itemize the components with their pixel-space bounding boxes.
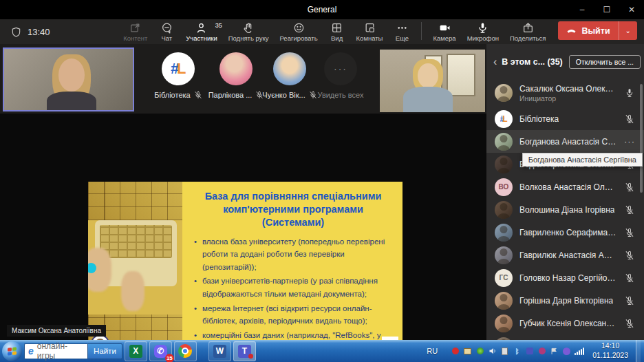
participant-row[interactable]: Сакалюк Оксана Олександрівна Инициатор [486, 78, 644, 107]
search-go-button[interactable]: Найти [87, 343, 122, 359]
maximize-button[interactable]: ☐ [594, 0, 619, 19]
participants-header: ‹ В этом с... (35) Отключить все ... ✕ [486, 44, 644, 69]
participants-scrollbar[interactable] [640, 84, 643, 193]
tray-network-icon[interactable] [575, 347, 583, 356]
filmstrip-item-parlikova[interactable]: Парлікова ... [206, 52, 266, 99]
participant-name: Горішна Даря Вікторівна [519, 296, 613, 306]
search-input[interactable]: eонлайн-игры [24, 343, 87, 359]
close-button[interactable]: ✕ [619, 0, 644, 19]
participant-row[interactable]: Богданова Анастасія Сергіївна ··· [486, 130, 644, 153]
participant-mic-status [623, 114, 636, 124]
teams-notification-dot [248, 354, 253, 359]
popout-icon [129, 22, 141, 34]
smiley-icon [293, 22, 305, 34]
leave-options-chevron[interactable]: ⌄ [619, 27, 637, 34]
mute-all-button[interactable]: Отключить все ... [569, 55, 641, 69]
presenter-name-tag: Максим Оксана Анатоліївна [7, 325, 106, 337]
taskbar-viber-button[interactable]: ✆ 15 [149, 341, 172, 361]
rooms-button[interactable]: Комнаты [351, 20, 389, 43]
mic-muted-icon [625, 296, 634, 306]
mic-muted-icon [625, 114, 634, 124]
participant-avatar [495, 156, 513, 173]
participant-row[interactable]: ВО Волкова Анастасія Олександрів... [486, 175, 644, 198]
tray-volume-icon[interactable] [488, 347, 497, 356]
participant-name: Гавриленко Серафима Сергіївна [519, 228, 616, 237]
participant-mic-status [623, 296, 636, 306]
back-chevron-icon[interactable]: ‹ [493, 56, 497, 67]
tray-record-icon[interactable] [451, 347, 460, 356]
chrome-icon [178, 344, 192, 358]
parlikova-avatar [219, 52, 253, 85]
slide-title: База для порівняння спеціальними комп'ют… [193, 190, 393, 229]
participant-name: Волкова Анастасія Олександрів... [519, 182, 616, 192]
mic-muted-icon [625, 182, 634, 192]
tray-flag-icon[interactable] [550, 347, 559, 356]
filmstrip-see-all[interactable]: ··· Увидеть всех [311, 52, 370, 99]
participant-row[interactable] [486, 334, 644, 340]
tray-clipboard-icon[interactable] [500, 347, 509, 356]
secondary-video[interactable] [380, 50, 485, 112]
more-button[interactable]: Еще [388, 20, 416, 43]
participant-mic-status [623, 88, 636, 98]
mic-muted-icon [625, 205, 634, 215]
participant-name: Бібліотека [519, 114, 559, 124]
participant-row[interactable]: Губчик Ксенія Олександрівна [486, 312, 644, 334]
participant-avatar: #L [495, 110, 513, 128]
taskbar-teams-button[interactable]: T [233, 341, 256, 361]
viber-badge: 15 [165, 354, 174, 362]
taskbar-word-button[interactable]: W [208, 341, 231, 361]
participant-avatar [495, 201, 513, 219]
show-desktop-button[interactable] [636, 340, 641, 362]
participant-row[interactable]: #L Бібліотека [486, 107, 644, 130]
participants-button[interactable]: 35 Участники [180, 20, 222, 43]
screen: General – ☐ ✕ 13:40 Контент Чат 35 Участ [0, 0, 644, 362]
chuienko-avatar [273, 52, 306, 85]
mic-button[interactable]: Микрофон [462, 20, 504, 43]
leave-button[interactable]: Выйти ⌄ [558, 21, 637, 40]
tray-viber-icon[interactable] [562, 347, 571, 356]
participant-avatar [495, 84, 513, 102]
mic-muted-icon [625, 319, 634, 328]
minimize-button[interactable]: – [570, 0, 594, 19]
participants-count: 35 [215, 22, 222, 29]
participant-row[interactable]: Гавриленко Серафима Сергіївна [486, 221, 644, 244]
participant-row[interactable]: Волошина Діана Ігорівна [486, 198, 644, 221]
participant-mic-status [623, 228, 636, 237]
slide-text-panel: База для порівняння спеціальними комп'ют… [182, 182, 402, 357]
participant-mic-status [623, 251, 636, 260]
participant-row[interactable]: Гаврилюк Анастасія Аркадіївна [486, 244, 644, 266]
tray-mail-icon[interactable] [463, 347, 472, 356]
slide-bullet: мережа Інтернет (всі відкриті ресурси он… [193, 302, 393, 328]
row-more-icon[interactable]: ··· [624, 136, 635, 147]
grid-icon [331, 22, 343, 34]
taskbar-chrome-button[interactable] [174, 341, 197, 361]
excel-icon: X [129, 345, 142, 358]
see-all-icon: ··· [324, 52, 357, 85]
windows-logo-icon [8, 347, 17, 355]
presentation-slide: База для порівняння спеціальними комп'ют… [88, 182, 402, 357]
participant-row[interactable]: Горішна Даря Вікторівна [486, 289, 644, 312]
chat-button[interactable]: Чат [153, 20, 180, 43]
taskbar-clock[interactable]: 14:10 01.11.2023 [592, 341, 628, 360]
window-title: General [0, 5, 644, 14]
start-button[interactable] [2, 341, 22, 361]
tray-app-icon[interactable] [537, 347, 546, 356]
meeting-stage-area: #L Бібліотека Парлікова ... Чуєнко Вік..… [0, 44, 486, 340]
meeting-toolbar: 13:40 Контент Чат 35 Участники Поднять р… [0, 19, 644, 44]
tray-antivirus-icon[interactable] [475, 347, 484, 356]
participant-mic-status [623, 182, 636, 192]
participant-avatar [495, 315, 513, 332]
share-button[interactable]: Поделиться [504, 20, 551, 43]
active-speaker-video[interactable] [3, 47, 134, 111]
raise-hand-button[interactable]: Поднять руку [223, 20, 275, 43]
language-indicator[interactable]: RU [427, 347, 438, 355]
filmstrip-item-library[interactable]: #L Бібліотека [149, 52, 208, 99]
content-button[interactable]: Контент [118, 20, 153, 43]
taskbar-excel-button[interactable]: X [125, 341, 147, 361]
participant-row[interactable]: ГС Головко Назар Сергійович [486, 266, 644, 289]
react-button[interactable]: Реагировать [274, 20, 323, 43]
tray-bluetooth-icon[interactable]: ᛒ [513, 347, 522, 356]
camera-button[interactable]: Камера [427, 20, 461, 43]
tray-teams-icon[interactable] [525, 347, 534, 356]
view-button[interactable]: Вид [323, 20, 351, 43]
